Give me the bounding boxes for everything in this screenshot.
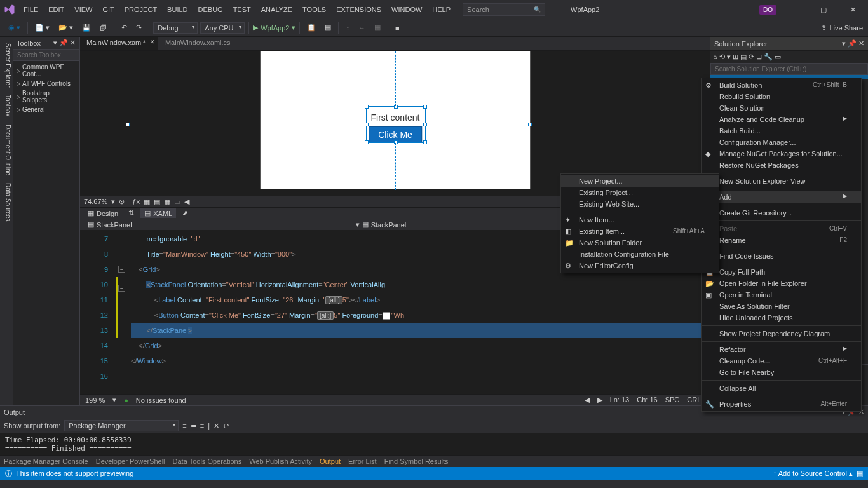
menu-extensions[interactable]: EXTENSIONS — [332, 3, 386, 16]
editor-tab[interactable]: MainWindow.xaml*✕ — [80, 37, 159, 50]
title-search[interactable]: Search🔍 — [463, 3, 545, 16]
toolbox-pin-icon[interactable]: 📌 — [59, 39, 68, 47]
toolbox-close-icon[interactable]: ✕ — [70, 39, 76, 47]
ctx-copy-full-path[interactable]: 📋Copy Full Path — [702, 266, 861, 278]
output-tab[interactable]: Find Symbol Results — [384, 458, 449, 465]
ctx-build-solution[interactable]: ⚙Build SolutionCtrl+Shift+B — [702, 79, 861, 91]
code-line[interactable] — [131, 369, 710, 384]
new-file-button[interactable]: 📄 ▾ — [32, 22, 53, 34]
menu-tools[interactable]: TOOLS — [298, 3, 330, 16]
nav-back-button[interactable]: ◉ ▾ — [5, 22, 24, 34]
design-tab[interactable]: ▦ Design — [84, 208, 122, 218]
menu-analyze[interactable]: ANALYZE — [257, 3, 297, 16]
ctx-clean-solution[interactable]: Clean Solution — [702, 102, 861, 114]
zoom-level[interactable]: 74.67% — [84, 198, 107, 205]
solex-dropdown-icon[interactable]: ▾ — [842, 39, 846, 48]
ctx-existing-item-[interactable]: ◧Existing Item...Shift+Alt+A — [561, 226, 719, 237]
ctx-save-as-solution-filter[interactable]: Save As Solution Filter — [702, 301, 861, 312]
toolbox-group[interactable]: ▷ Bootstrap Snippets — [13, 88, 79, 105]
output-icon-2[interactable]: ≣ — [191, 422, 196, 430]
rail-data-sources[interactable]: Data Sources — [0, 179, 13, 226]
ctx-new-item-[interactable]: ✦New Item... — [561, 214, 719, 226]
solex-close-icon[interactable]: ✕ — [858, 39, 864, 48]
ctx-batch-build-[interactable]: Batch Build... — [702, 125, 861, 137]
code-line[interactable]: <StackPanel Orientation="Vertical" Horiz… — [131, 277, 710, 292]
code-line[interactable]: </StackPanel> — [131, 323, 710, 338]
breadcrumb-right[interactable]: ▾ ▤ StackPanel — [352, 219, 410, 230]
tb-icon-1[interactable]: 📋 — [304, 22, 319, 34]
tb-icon-5[interactable]: ▦ — [371, 22, 384, 34]
rail-document-outline[interactable]: Document Outline — [0, 121, 13, 179]
menu-git[interactable]: GIT — [98, 3, 118, 16]
solex-filter-icon[interactable]: ▤ — [740, 53, 747, 61]
tb-icon-2[interactable]: ▤ — [322, 22, 334, 34]
solex-pin-icon[interactable]: 📌 — [848, 39, 857, 48]
output-source-dropdown[interactable]: Package Manager — [64, 420, 179, 431]
ctx-refactor[interactable]: Refactor▶ — [702, 344, 861, 355]
save-all-button[interactable]: 🗐 — [97, 22, 110, 34]
ctx-new-project-[interactable]: New Project... — [561, 175, 719, 187]
popout-icon[interactable]: ⬈ — [182, 209, 188, 217]
redo-button[interactable]: ↷ — [133, 22, 145, 34]
output-icon-3[interactable]: ≡ — [200, 422, 204, 430]
selection-box[interactable] — [366, 106, 426, 143]
solex-nav-icon[interactable]: ⊞ — [733, 53, 738, 61]
issues-indicator[interactable]: No issues found — [136, 396, 186, 404]
solex-props-icon[interactable]: 🔧 — [764, 53, 773, 61]
output-tab[interactable]: Error List — [348, 458, 377, 465]
ctx-new-solution-folder[interactable]: 📁New Solution Folder — [561, 237, 719, 248]
ctx-analyze-and-code-cleanup[interactable]: Analyze and Code Cleanup▶ — [702, 114, 861, 125]
output-tab[interactable]: Web Publish Activity — [249, 458, 312, 465]
platform-dropdown[interactable]: Any CPU — [200, 22, 245, 34]
breadcrumb-left[interactable]: ▤ StackPanel — [84, 219, 136, 230]
menu-test[interactable]: TEST — [229, 3, 255, 16]
toolbox-group[interactable]: ▷ All WPF Controls — [13, 79, 79, 88]
editor-tab[interactable]: MainWindow.xaml.cs — [159, 37, 244, 50]
ctx-show-project-dependency-diagram[interactable]: Show Project Dependency Diagram — [702, 328, 861, 339]
maximize-button[interactable]: ▢ — [812, 2, 835, 17]
solex-home-icon[interactable]: ⌂ — [713, 53, 717, 61]
minimize-button[interactable]: ─ — [783, 2, 806, 17]
code-line[interactable]: <Label Content="First content" FontSize=… — [131, 292, 710, 308]
solex-showall-icon[interactable]: ⊡ — [756, 53, 762, 61]
output-clear-icon[interactable]: ✕ — [214, 422, 219, 430]
zoom-fit-icon[interactable]: ⊙ — [119, 198, 125, 206]
open-file-button[interactable]: 📂 ▾ — [55, 22, 76, 34]
save-button[interactable]: 💾 — [79, 22, 94, 34]
output-wrap-icon[interactable]: ↩ — [223, 422, 229, 430]
code-line[interactable]: </Grid> — [131, 338, 710, 353]
rail-toolbox[interactable]: Toolbox — [0, 91, 13, 120]
menu-project[interactable]: PROJECT — [120, 3, 161, 16]
toolbox-group[interactable]: ▷ General — [13, 105, 79, 114]
ctx-rebuild-solution[interactable]: Rebuild Solution — [702, 91, 861, 102]
live-share-button[interactable]: ⇪ Live Share — [821, 24, 863, 32]
code-line[interactable]: </Window> — [131, 353, 710, 369]
ctx-new-solution-explorer-view[interactable]: ▭New Solution Explorer View — [702, 175, 861, 187]
solex-search[interactable] — [710, 63, 868, 75]
rail-server-explorer[interactable]: Server Explorer — [0, 39, 13, 91]
ctx-existing-project-[interactable]: Existing Project... — [561, 187, 719, 198]
solex-refresh-icon[interactable]: ⟳ — [749, 53, 754, 61]
ctx-new-editorconfig[interactable]: ⚙New EditorConfig — [561, 260, 719, 271]
menu-help[interactable]: HELP — [428, 3, 455, 16]
menu-edit[interactable]: EDIT — [44, 3, 69, 16]
swap-icon[interactable]: ⇅ — [128, 209, 134, 217]
menu-view[interactable]: VIEW — [70, 3, 97, 16]
ctx-manage-nuget-packages-for-solution-[interactable]: ◆Manage NuGet Packages for Solution... — [702, 148, 861, 159]
solex-more-icon[interactable]: ▭ — [775, 53, 781, 61]
ctx-existing-web-site-[interactable]: Existing Web Site... — [561, 198, 719, 210]
ctx-go-to-file-nearby[interactable]: Go to File Nearby — [702, 367, 861, 378]
output-tab[interactable]: Output — [320, 458, 341, 465]
user-badge[interactable]: DO — [759, 5, 776, 15]
menu-window[interactable]: WINDOW — [387, 3, 426, 16]
code-zoom[interactable]: 199 % — [85, 396, 105, 404]
add-source-control[interactable]: ↑ Add to Source Control ▴ — [773, 470, 853, 478]
menu-debug[interactable]: DEBUG — [194, 3, 227, 16]
code-line[interactable]: <Button Content="Click Me" FontSize="27"… — [131, 308, 710, 323]
close-button[interactable]: ✕ — [841, 2, 864, 17]
toolbox-group[interactable]: ▷ Common WPF Cont... — [13, 62, 79, 79]
output-content[interactable]: Time Elapsed: 00:00:00.8558339 =========… — [0, 433, 868, 455]
ctx-collapse-all[interactable]: Collapse All — [702, 383, 861, 394]
canvas-handle-right[interactable] — [528, 123, 532, 126]
ctx-installation-configuration-file[interactable]: Installation Configuration File — [561, 248, 719, 260]
